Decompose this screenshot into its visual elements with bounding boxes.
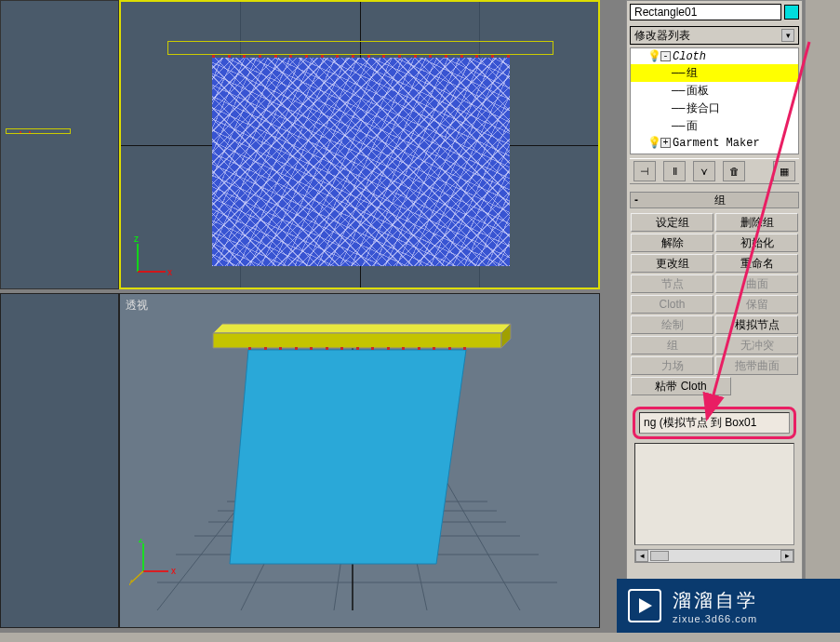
node-button[interactable]: 节点 [631,274,713,293]
perspective-scene [120,294,601,629]
object-color-swatch[interactable] [784,5,799,20]
watermark-domain: zixue.3d66.com [673,613,758,624]
viewport-top-left[interactable] [0,0,119,289]
wireframe-box [6,128,71,134]
pin-stack-button[interactable]: ⊣ [633,161,656,181]
viewport-perspective[interactable]: 透视 [119,293,600,628]
group-rollout-buttons: 设定组 删除组 解除 初始化 更改组 重命名 节点 曲面 Cloth 保留 绘制… [627,211,802,397]
rename-button[interactable]: 重命名 [715,254,798,273]
viewport-bottom-left[interactable] [0,293,119,628]
svg-text:x: x [171,566,176,576]
collapse-icon: - [634,194,646,207]
horizontal-scrollbar[interactable]: ◂ ▸ [634,549,794,563]
sim-node-button[interactable]: 模拟节点 [715,315,798,334]
group-button[interactable]: 组 [631,336,713,354]
configure-button[interactable]: ▦ [773,161,795,181]
play-icon [628,589,661,622]
collapse-icon[interactable]: - [660,51,671,61]
cloth-mesh-wireframe [212,58,510,266]
watermark: 溜溜自学 zixue.3d66.com [617,579,840,633]
group-list-area[interactable] [634,443,794,545]
initialize-button[interactable]: 初始化 [715,234,798,252]
sim-node-target-field[interactable]: ng (模拟节点 到 Box01 [639,412,790,434]
bulb-icon[interactable]: 💡 [647,136,659,150]
command-panel-tabs[interactable] [805,0,840,642]
modifier-list-label: 修改器列表 [634,28,690,44]
show-end-result-button[interactable]: Ⅱ [663,161,686,181]
svg-line-22 [131,571,143,582]
stack-subitem-group[interactable]: —— 组 [631,64,798,82]
stack-subitem-panel[interactable]: —— 面板 [631,82,798,100]
stack-item-cloth[interactable]: 💡 - Cloth [631,48,798,64]
force-button[interactable]: 力场 [631,356,713,375]
chevron-down-icon: ▾ [781,29,794,42]
scroll-thumb[interactable] [650,551,669,561]
svg-text:x: x [167,267,172,277]
stack-toolbar: ⊣ Ⅱ ⋎ 🗑 ▦ [630,158,799,184]
stack-subitem-seam[interactable]: —— 接合口 [631,100,798,117]
svg-text:y: y [129,577,132,585]
modify-panel: 修改器列表 ▾ 💡 - Cloth —— 组 —— 面板 —— 接合口 —— 面… [626,0,803,631]
axis-indicator-3d: x y z [129,539,171,581]
watermark-brand: 溜溜自学 [673,588,758,613]
stack-item-editable-spline[interactable]: + 可编辑样条线 [631,151,798,154]
svg-marker-17 [213,333,501,348]
svg-line-14 [446,480,520,610]
svg-marker-16 [213,324,511,333]
status-bar [0,633,840,642]
no-conflict-button[interactable]: 无冲突 [715,336,798,354]
change-group-button[interactable]: 更改组 [631,254,713,273]
svg-text:z: z [139,539,143,544]
expand-icon[interactable]: + [660,138,671,148]
highlighted-annotation: ng (模拟节点 到 Box01 [633,407,796,439]
rollout-group-header[interactable]: - 组 [630,192,799,208]
set-group-button[interactable]: 设定组 [631,213,713,232]
svg-marker-19 [230,350,466,564]
viewport-top-right-active[interactable]: x z [119,0,600,289]
svg-marker-28 [639,598,652,613]
modifier-stack[interactable]: 💡 - Cloth —— 组 —— 面板 —— 接合口 —— 面 💡 + Gar… [630,47,799,154]
stack-subitem-face[interactable]: —— 面 [631,117,798,135]
release-button[interactable]: 解除 [631,234,713,252]
make-unique-button[interactable]: ⋎ [693,161,715,181]
surface-button[interactable]: 曲面 [715,274,798,293]
draw-button[interactable]: 绘制 [631,315,713,334]
remove-modifier-button[interactable]: 🗑 [723,161,745,181]
axis-indicator: x z [130,236,172,278]
delete-group-button[interactable]: 删除组 [715,213,798,232]
svg-text:z: z [134,236,139,244]
vertex-selection-row [212,55,510,58]
modifier-list-dropdown[interactable]: 修改器列表 ▾ [630,26,799,45]
cloth-button[interactable]: Cloth [631,295,713,314]
object-name-input[interactable] [630,4,781,20]
scroll-left-icon[interactable]: ◂ [635,550,648,562]
stack-item-garment-maker[interactable]: 💡 + Garment Maker [631,135,798,151]
preserve-button[interactable]: 保留 [715,295,798,314]
sticky-cloth-button[interactable]: 粘带 Cloth [631,377,731,395]
bulb-icon[interactable]: 💡 [647,49,659,63]
drag-surface-button[interactable]: 拖带曲面 [715,356,798,375]
selection-rectangle [167,41,553,55]
scroll-right-icon[interactable]: ▸ [780,550,793,562]
viewport-area: x z 透视 [0,0,602,631]
